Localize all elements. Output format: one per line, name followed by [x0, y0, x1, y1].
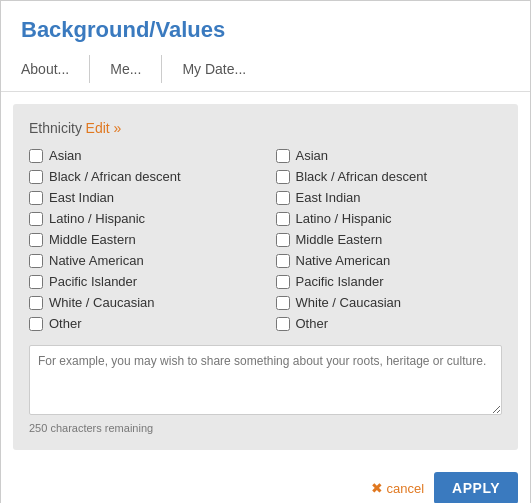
ethnicity-label-text: Ethnicity: [29, 120, 82, 136]
label-black-col2[interactable]: Black / African descent: [296, 169, 428, 184]
checkbox-middle-eastern-col2[interactable]: [276, 233, 290, 247]
tab-about[interactable]: About...: [21, 55, 90, 83]
label-pacific-islander-col2[interactable]: Pacific Islander: [296, 274, 384, 289]
list-item: Asian: [276, 148, 503, 163]
tabs-bar: About... Me... My Date...: [21, 55, 510, 83]
checkbox-east-indian-col1[interactable]: [29, 191, 43, 205]
label-other-col1[interactable]: Other: [49, 316, 82, 331]
textarea-section: 250 characters remaining: [29, 345, 502, 434]
cancel-button[interactable]: ✖ cancel: [371, 480, 425, 496]
content-area: Ethnicity Edit » Asian Black / African d…: [13, 104, 518, 450]
label-latino-col1[interactable]: Latino / Hispanic: [49, 211, 145, 226]
char-remaining: 250 characters remaining: [29, 422, 502, 434]
ethnicity-edit-link[interactable]: Edit »: [86, 120, 122, 136]
checkbox-middle-eastern-col1[interactable]: [29, 233, 43, 247]
list-item: Latino / Hispanic: [29, 211, 256, 226]
checkbox-other-col2[interactable]: [276, 317, 290, 331]
checkbox-asian-col1[interactable]: [29, 149, 43, 163]
list-item: Pacific Islander: [276, 274, 503, 289]
checkbox-column-2: Asian Black / African descent East India…: [276, 148, 503, 331]
label-black-col1[interactable]: Black / African descent: [49, 169, 181, 184]
label-native-american-col1[interactable]: Native American: [49, 253, 144, 268]
checkbox-black-col1[interactable]: [29, 170, 43, 184]
list-item: Native American: [29, 253, 256, 268]
list-item: Asian: [29, 148, 256, 163]
list-item: Middle Eastern: [29, 232, 256, 247]
checkbox-asian-col2[interactable]: [276, 149, 290, 163]
list-item: Black / African descent: [29, 169, 256, 184]
label-other-col2[interactable]: Other: [296, 316, 329, 331]
list-item: Pacific Islander: [29, 274, 256, 289]
checkbox-native-american-col2[interactable]: [276, 254, 290, 268]
checkbox-pacific-islander-col2[interactable]: [276, 275, 290, 289]
checkbox-white-col1[interactable]: [29, 296, 43, 310]
checkbox-pacific-islander-col1[interactable]: [29, 275, 43, 289]
tab-my-date[interactable]: My Date...: [182, 55, 266, 83]
checkbox-native-american-col1[interactable]: [29, 254, 43, 268]
label-native-american-col2[interactable]: Native American: [296, 253, 391, 268]
page-title: Background/Values: [21, 17, 510, 43]
checkbox-column-1: Asian Black / African descent East India…: [29, 148, 256, 331]
checkbox-latino-col1[interactable]: [29, 212, 43, 226]
list-item: East Indian: [276, 190, 503, 205]
label-east-indian-col1[interactable]: East Indian: [49, 190, 114, 205]
label-east-indian-col2[interactable]: East Indian: [296, 190, 361, 205]
list-item: Latino / Hispanic: [276, 211, 503, 226]
checkbox-east-indian-col2[interactable]: [276, 191, 290, 205]
cancel-label: cancel: [387, 481, 425, 496]
checkbox-black-col2[interactable]: [276, 170, 290, 184]
label-middle-eastern-col2[interactable]: Middle Eastern: [296, 232, 383, 247]
list-item: Native American: [276, 253, 503, 268]
ethnicity-textarea[interactable]: [29, 345, 502, 415]
checkboxes-container: Asian Black / African descent East India…: [29, 148, 502, 331]
label-latino-col2[interactable]: Latino / Hispanic: [296, 211, 392, 226]
checkbox-latino-col2[interactable]: [276, 212, 290, 226]
list-item: White / Caucasian: [29, 295, 256, 310]
label-white-col2[interactable]: White / Caucasian: [296, 295, 402, 310]
header: Background/Values About... Me... My Date…: [1, 1, 530, 92]
list-item: Other: [29, 316, 256, 331]
ethnicity-label-row: Ethnicity Edit »: [29, 120, 502, 136]
tab-me[interactable]: Me...: [110, 55, 162, 83]
label-pacific-islander-col1[interactable]: Pacific Islander: [49, 274, 137, 289]
label-asian-col2[interactable]: Asian: [296, 148, 329, 163]
label-asian-col1[interactable]: Asian: [49, 148, 82, 163]
list-item: White / Caucasian: [276, 295, 503, 310]
list-item: Black / African descent: [276, 169, 503, 184]
checkbox-white-col2[interactable]: [276, 296, 290, 310]
label-white-col1[interactable]: White / Caucasian: [49, 295, 155, 310]
list-item: Other: [276, 316, 503, 331]
cancel-icon: ✖: [371, 480, 383, 496]
list-item: Middle Eastern: [276, 232, 503, 247]
page-container: Background/Values About... Me... My Date…: [0, 0, 531, 503]
footer-actions: ✖ cancel APPLY: [1, 462, 530, 503]
label-middle-eastern-col1[interactable]: Middle Eastern: [49, 232, 136, 247]
apply-button[interactable]: APPLY: [434, 472, 518, 503]
list-item: East Indian: [29, 190, 256, 205]
checkbox-other-col1[interactable]: [29, 317, 43, 331]
